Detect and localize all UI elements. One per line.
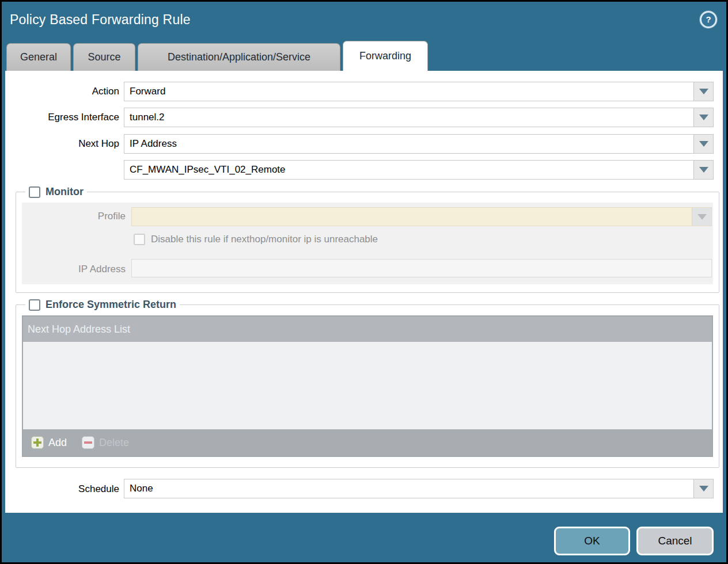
tab-destination-application-service[interactable]: Destination/Application/Service (138, 43, 340, 71)
monitor-checkbox[interactable] (29, 186, 40, 198)
next-hop-address-select[interactable]: CF_MWAN_IPsec_VTI_02_Remote (124, 160, 714, 180)
delete-button: Delete (82, 436, 129, 449)
enforce-symmetric-return-label: Enforce Symmetric Return (46, 299, 176, 311)
page-title: Policy Based Forwarding Rule (10, 12, 191, 28)
action-label: Action (2, 86, 119, 97)
plus-icon (31, 436, 44, 449)
action-select[interactable]: Forward (124, 82, 714, 101)
schedule-label: Schedule (2, 483, 119, 495)
tab-source[interactable]: Source (73, 43, 135, 71)
next-hop-address-value: CF_MWAN_IPsec_VTI_02_Remote (130, 164, 286, 176)
profile-label: Profile (22, 211, 126, 222)
egress-interface-label: Egress Interface (2, 112, 119, 123)
enforce-symmetric-return-checkbox[interactable] (29, 299, 40, 311)
next-hop-label: Next Hop (2, 138, 119, 150)
disable-rule-label: Disable this rule if nexthop/monitor ip … (151, 234, 378, 245)
tab-bar: General Source Destination/Application/S… (6, 41, 428, 71)
next-hop-value: IP Address (130, 138, 177, 150)
disable-rule-checkbox (134, 234, 145, 245)
monitor-ip-address-label: IP Address (22, 264, 126, 275)
monitor-legend-label: Monitor (46, 186, 84, 198)
add-button[interactable]: Add (31, 436, 67, 449)
help-icon[interactable]: ? (700, 11, 717, 28)
tab-general[interactable]: General (6, 43, 71, 71)
chevron-down-icon (699, 89, 708, 94)
cancel-button[interactable]: Cancel (636, 527, 714, 555)
profile-select (131, 207, 712, 226)
next-hop-address-dropdown-button[interactable] (693, 161, 713, 179)
next-hop-address-table: Next Hop Address List Add Delete (22, 315, 713, 457)
chevron-down-icon (699, 141, 708, 147)
next-hop-address-list-body[interactable] (23, 342, 712, 429)
chevron-down-icon (697, 214, 707, 220)
chevron-down-icon (699, 115, 708, 120)
chevron-down-icon (699, 486, 708, 491)
schedule-value: None (130, 483, 153, 494)
chevron-down-icon (699, 167, 708, 173)
next-hop-address-list-toolbar: Add Delete (23, 429, 712, 456)
schedule-select[interactable]: None (124, 479, 714, 498)
egress-interface-dropdown-button[interactable] (693, 108, 713, 127)
monitor-disabled-panel: Profile Disable this rule if nexthop/mon… (22, 203, 713, 284)
schedule-dropdown-button[interactable] (693, 479, 713, 498)
policy-based-forwarding-dialog: Policy Based Forwarding Rule ? General S… (0, 0, 728, 564)
monitor-ip-address-input (131, 259, 712, 277)
enforce-symmetric-return-section: Enforce Symmetric Return Next Hop Addres… (16, 299, 719, 468)
delete-button-label: Delete (99, 437, 129, 449)
action-dropdown-button[interactable] (693, 82, 713, 101)
ok-button[interactable]: OK (554, 527, 630, 555)
monitor-legend: Monitor (25, 186, 87, 198)
tab-forwarding[interactable]: Forwarding (343, 41, 428, 71)
disable-rule-row: Disable this rule if nexthop/monitor ip … (134, 234, 378, 245)
action-value: Forward (130, 86, 165, 97)
monitor-section: Monitor Profile Disable this rule if nex… (16, 186, 719, 293)
profile-dropdown-button (692, 208, 711, 226)
minus-icon (82, 436, 94, 449)
egress-interface-value: tunnel.2 (130, 112, 165, 123)
add-button-label: Add (48, 437, 67, 449)
next-hop-dropdown-button[interactable] (693, 135, 713, 153)
enforce-symmetric-return-legend: Enforce Symmetric Return (25, 299, 180, 311)
egress-interface-select[interactable]: tunnel.2 (124, 108, 714, 127)
next-hop-address-list-header: Next Hop Address List (23, 317, 712, 342)
next-hop-select[interactable]: IP Address (124, 134, 714, 154)
